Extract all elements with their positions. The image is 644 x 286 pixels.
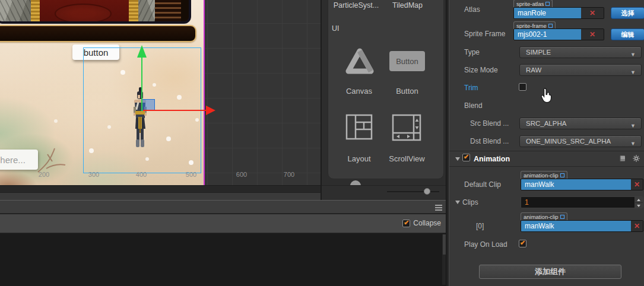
editor-window: t here... button (0, 0, 644, 286)
button-preview-label: Button (396, 57, 418, 66)
sprite-atlas-type-tag[interactable]: sprite-atlas (513, 0, 553, 7)
scene-horizontal-scrollbar[interactable] (0, 185, 321, 192)
library-footer (322, 185, 448, 200)
mouse-cursor-hand (540, 87, 554, 104)
snow-speckles (0, 0, 2, 2)
sprite-frame-label: Sprite Frame (464, 30, 505, 38)
sprite-frame-edit-button[interactable]: 编辑 (611, 28, 644, 40)
scene-editbox-node[interactable]: t here... (0, 150, 38, 170)
atlas-select-button[interactable]: 选择 (611, 7, 644, 19)
scene-ruler: 200 300 400 500 600 700 (0, 171, 321, 179)
collapse-checkbox[interactable] (402, 220, 410, 227)
add-component-button[interactable]: 添加组件 (479, 265, 621, 279)
help-doc-icon[interactable] (619, 155, 626, 162)
stepper-down-icon[interactable] (635, 203, 643, 208)
console-panel: Collapse (0, 200, 448, 286)
sprite-frame-asset-field[interactable]: mjs002-1 (513, 28, 604, 40)
room-background-sprite (0, 0, 191, 24)
gizmo-y-axis[interactable] (141, 56, 142, 111)
console-log-area[interactable] (0, 233, 448, 286)
atlas-asset-field[interactable]: manRole (513, 7, 604, 19)
library-item-tiledmap-label[interactable]: TiledMap (382, 1, 433, 9)
default-clip-asset-field[interactable]: manWalk (521, 179, 643, 190)
inspector-panel: Atlas sprite-atlas manRole 选择 Sprite Fra… (449, 0, 644, 286)
open-asset-link-icon[interactable] (560, 173, 564, 177)
room-pillar (181, 0, 191, 21)
room-gold-band-right (129, 0, 138, 21)
clips-count-stepper[interactable] (635, 197, 643, 208)
zoom-slider-track[interactable] (387, 191, 439, 192)
library-item-particlesystem-label[interactable]: ParticleSyst... (330, 1, 382, 9)
ruler-label: 300 (83, 171, 104, 178)
room-carpet-emblem (55, 4, 112, 24)
ruler-label: 700 (278, 171, 300, 178)
gear-icon[interactable] (633, 155, 640, 162)
open-asset-link-icon[interactable] (545, 2, 550, 6)
sprite-frame-edit-button-label: 编辑 (621, 30, 635, 39)
zoom-slider-knob[interactable] (424, 188, 430, 195)
play-on-load-label: Play On Load (464, 240, 507, 249)
animation-clip-type-tag[interactable]: animation-clip (521, 171, 567, 179)
clips-count-field[interactable]: 1 (521, 196, 643, 208)
library-section-ui: UI (332, 24, 340, 33)
library-item-canvas-label[interactable]: Canvas (341, 87, 377, 96)
default-clip-value: manWalk (521, 179, 631, 190)
size-mode-dropdown[interactable]: RAW (519, 64, 642, 76)
animation-component-title: Animation (474, 155, 510, 163)
animation-clip-type-tag[interactable]: animation-clip (521, 212, 567, 220)
collapse-toggle-group[interactable]: Collapse (402, 219, 441, 227)
gizmo-x-axis[interactable] (143, 110, 206, 111)
default-clip-clear-icon[interactable] (631, 179, 643, 190)
clip0-asset-field[interactable]: manWalk (521, 220, 643, 232)
sprite-frame-clear-icon[interactable] (581, 29, 604, 40)
dst-blend-dropdown[interactable]: ONE_MINUS_SRC_ALPHA (519, 135, 642, 147)
src-blend-dropdown[interactable]: SRC_ALPHA (519, 117, 642, 129)
add-component-button-label: 添加组件 (535, 266, 566, 277)
room-gold-band-left (31, 0, 40, 21)
animation-collapse-caret[interactable] (455, 157, 460, 161)
clips-label: Clips (462, 198, 478, 206)
button-widget-preview[interactable]: Button (389, 51, 425, 71)
clip0-value: manWalk (521, 221, 631, 231)
library-item-scrollview-label[interactable]: ScrollView (385, 154, 429, 163)
clip0-clear-icon[interactable] (631, 221, 643, 231)
type-dropdown[interactable]: SIMPLE (519, 46, 642, 58)
src-blend-value: SRC_ALPHA (526, 120, 566, 127)
canvas-border-line (204, 0, 205, 185)
gizmo-y-axis-arrowhead[interactable] (137, 45, 147, 58)
dialog-bar-sprite (0, 25, 196, 42)
gizmo-center-handle[interactable] (142, 99, 155, 111)
open-asset-link-icon[interactable] (548, 24, 553, 28)
panel-divider[interactable] (446, 0, 449, 286)
node-library-panel: ParticleSyst... TiledMap UI Button Canva… (321, 0, 448, 200)
scene-view-panel: t here... button (0, 0, 321, 200)
trim-checkbox[interactable] (519, 83, 526, 91)
play-on-load-checkbox[interactable] (519, 240, 526, 247)
ruler-label: 600 (231, 171, 252, 178)
src-blend-label: Src Blend ... (470, 119, 509, 128)
open-asset-link-icon[interactable] (560, 215, 564, 219)
atlas-clear-icon[interactable] (581, 8, 604, 18)
animation-enabled-checkbox[interactable] (462, 154, 470, 161)
layout-icon[interactable] (345, 114, 373, 140)
scrollview-icon[interactable] (392, 114, 421, 141)
clips-collapse-caret[interactable] (455, 201, 460, 204)
trim-label: Trim (464, 84, 478, 92)
clip0-index-label: [0] (476, 222, 484, 230)
room-stairs (155, 0, 181, 21)
library-item-layout-label[interactable]: Layout (341, 154, 377, 163)
editbox-placeholder: t here... (0, 155, 26, 165)
scene-grid-background[interactable] (205, 0, 321, 185)
size-mode-value: RAW (526, 66, 541, 74)
canvas-icon[interactable] (345, 47, 374, 75)
atlas-value: manRole (514, 8, 581, 18)
animation-clip-tag-text: animation-clip (524, 214, 559, 220)
ruler-label: 500 (180, 171, 202, 178)
gizmo-x-axis-arrowhead[interactable] (206, 106, 215, 115)
library-item-button-label[interactable]: Button (389, 87, 425, 96)
sprite-atlas-tag-text: sprite-atlas (516, 1, 544, 7)
animation-clip-tag-text: animation-clip (524, 172, 559, 179)
tree-branch (34, 141, 82, 174)
hamburger-menu-icon[interactable] (435, 205, 442, 211)
stepper-up-icon[interactable] (635, 197, 643, 203)
